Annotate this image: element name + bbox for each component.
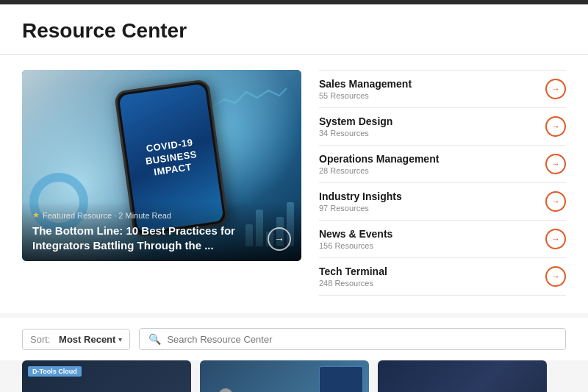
category-name-0: Sales Management — [319, 78, 545, 90]
category-count-5: 248 Resources — [319, 279, 545, 288]
category-item-4[interactable]: News & Events 156 Resources → — [319, 221, 566, 258]
category-item-2[interactable]: Operations Management 28 Resources → — [319, 146, 566, 183]
category-info-3: Industry Insights 97 Resources — [319, 190, 545, 213]
card2-scene — [200, 360, 369, 392]
category-arrow-4[interactable]: → — [545, 229, 566, 249]
search-bar[interactable]: 🔍 — [139, 328, 566, 350]
page-header: Resource Center — [0, 4, 588, 55]
category-name-4: News & Events — [319, 228, 545, 240]
category-info-4: News & Events 156 Resources — [319, 228, 545, 250]
star-icon: ★ — [32, 210, 40, 220]
category-info-0: Sales Management 55 Resources — [319, 78, 545, 100]
chevron-down-icon: ▾ — [118, 335, 122, 343]
sort-label: Sort: — [30, 334, 50, 345]
category-arrow-0[interactable]: → — [545, 79, 566, 99]
card2-head — [218, 388, 233, 392]
featured-card[interactable]: COVID-19 BUSINESS IMPACT ★ Featured Reso… — [22, 70, 301, 261]
categories-list: Sales Management 55 Resources → System D… — [319, 70, 566, 296]
resource-card-0[interactable]: D-Tools Cloud Benefits ofVisual Quoting — [22, 360, 191, 392]
category-count-4: 156 Resources — [319, 241, 545, 250]
featured-overlay: ★ Featured Resource · 2 Minute Read The … — [22, 202, 301, 261]
category-name-3: Industry Insights — [319, 190, 545, 202]
category-item-3[interactable]: Industry Insights 97 Resources → — [319, 183, 566, 221]
main-content: COVID-19 BUSINESS IMPACT ★ Featured Reso… — [0, 55, 588, 313]
card2-screen — [319, 366, 363, 392]
category-name-2: Operations Management — [319, 153, 545, 165]
category-count-2: 28 Resources — [319, 166, 545, 175]
category-item-1[interactable]: System Design 34 Resources → — [319, 108, 566, 146]
cards-section: D-Tools Cloud Benefits ofVisual Quoting — [0, 360, 588, 392]
search-icon: 🔍 — [148, 333, 161, 345]
card3-content — [378, 360, 547, 392]
category-info-5: Tech Terminal 248 Resources — [319, 266, 545, 288]
category-info-2: Operations Management 28 Resources — [319, 153, 545, 175]
bg-wave — [213, 85, 287, 114]
category-info-1: System Design 34 Resources — [319, 115, 545, 138]
category-item-5[interactable]: Tech Terminal 248 Resources → — [319, 258, 566, 296]
featured-title: The Bottom Line: 10 Best Practices for I… — [32, 224, 238, 252]
filter-section: Sort: Most Recent ▾ 🔍 — [0, 313, 588, 360]
category-arrow-2[interactable]: → — [545, 154, 566, 174]
page-wrapper: Resource Center — [0, 0, 588, 392]
resource-card-1[interactable] — [200, 360, 369, 392]
category-count-0: 55 Resources — [319, 91, 545, 100]
search-input[interactable] — [167, 334, 556, 345]
resource-card-2[interactable] — [378, 360, 547, 392]
category-item-0[interactable]: Sales Management 55 Resources → — [319, 70, 566, 108]
category-arrow-3[interactable]: → — [545, 191, 566, 212]
category-name-5: Tech Terminal — [319, 266, 545, 277]
sort-value: Most Recent — [59, 334, 115, 345]
page-title: Resource Center — [22, 19, 566, 43]
featured-label: ★ Featured Resource · 2 Minute Read — [32, 210, 291, 220]
card-label-0: D-Tools Cloud — [28, 366, 82, 377]
sort-dropdown[interactable]: Sort: Most Recent ▾ — [22, 329, 130, 350]
category-arrow-1[interactable]: → — [545, 116, 566, 137]
phone-text: COVID-19 BUSINESS IMPACT — [143, 136, 200, 180]
featured-arrow-button[interactable]: → — [268, 227, 291, 251]
category-count-1: 34 Resources — [319, 129, 545, 138]
category-arrow-5[interactable]: → — [545, 266, 566, 287]
hero-section: COVID-19 BUSINESS IMPACT ★ Featured Reso… — [22, 70, 566, 296]
category-count-3: 97 Resources — [319, 204, 545, 213]
category-name-1: System Design — [319, 115, 545, 127]
